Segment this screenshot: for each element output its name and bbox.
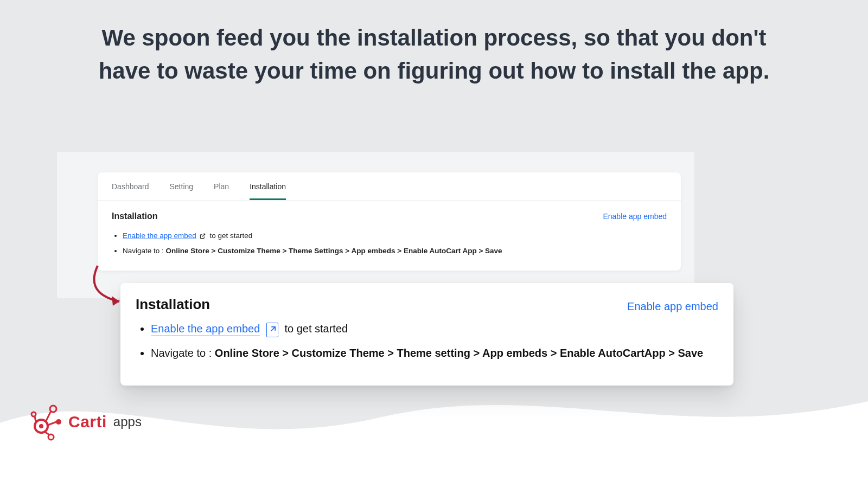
headline: We spoon feed you the installation proce… — [0, 0, 868, 88]
app-card: Dashboard Setting Plan Installation Inst… — [98, 172, 681, 271]
brand-name: Carti — [68, 413, 107, 431]
tab-plan[interactable]: Plan — [214, 182, 229, 200]
brand-logo: Carti apps — [30, 402, 142, 441]
zoom-enable-embed-inline-link[interactable]: Enable the app embed — [151, 323, 260, 336]
svg-line-12 — [35, 416, 36, 422]
zoom-instruction-text: to get started — [284, 323, 348, 335]
tab-dashboard[interactable]: Dashboard — [112, 182, 149, 200]
external-link-icon — [200, 230, 206, 244]
tab-setting[interactable]: Setting — [170, 182, 194, 200]
enable-embed-inline-link[interactable]: Enable the app embed — [123, 232, 196, 240]
svg-marker-1 — [112, 296, 119, 306]
zoom-enable-app-embed-link[interactable]: Enable app embed — [627, 300, 718, 313]
svg-point-6 — [56, 419, 61, 425]
zoom-instruction-path: Online Store > Customize Theme > Theme s… — [215, 347, 703, 359]
svg-line-0 — [202, 234, 205, 236]
instruction-path: Online Store > Customize Theme > Theme S… — [166, 247, 502, 255]
enable-app-embed-link[interactable]: Enable app embed — [603, 212, 667, 221]
svg-point-8 — [31, 412, 36, 416]
section-title: Installation — [112, 211, 157, 221]
svg-line-2 — [271, 327, 276, 331]
svg-line-10 — [48, 422, 56, 425]
external-link-icon — [266, 323, 278, 337]
svg-line-9 — [46, 411, 51, 422]
brand-mark-icon — [30, 402, 65, 441]
zoom-instruction-text: Navigate to : — [151, 347, 215, 359]
brand-suffix: apps — [113, 414, 142, 429]
zoom-instruction-item: Navigate to : Online Store > Customize T… — [151, 347, 718, 359]
tabbar: Dashboard Setting Plan Installation — [98, 172, 681, 201]
instruction-text: Navigate to : — [123, 247, 166, 255]
zoom-section-title: Installation — [136, 296, 210, 313]
instruction-text: to get started — [209, 232, 252, 240]
svg-point-4 — [39, 424, 43, 428]
tab-installation[interactable]: Installation — [250, 182, 286, 200]
zoom-card: Installation Enable app embed Enable the… — [120, 283, 733, 386]
instruction-item: Enable the app embed to get started — [123, 229, 667, 244]
instruction-list: Enable the app embed to get started Navi… — [112, 229, 667, 258]
zoom-instruction-item: Enable the app embed to get started — [151, 323, 718, 337]
instruction-item: Navigate to : Online Store > Customize T… — [123, 244, 667, 258]
svg-line-11 — [44, 432, 49, 435]
zoom-instruction-list: Enable the app embed to get started Navi… — [136, 323, 718, 359]
